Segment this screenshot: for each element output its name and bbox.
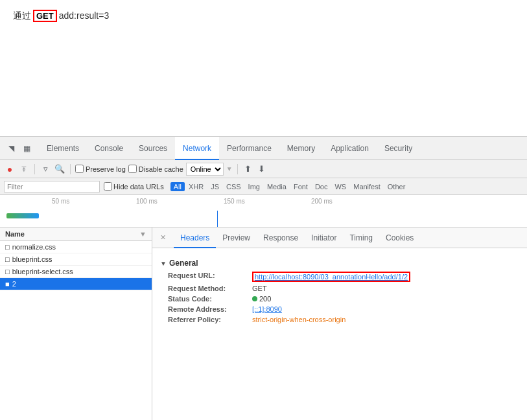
filter-ws-btn[interactable]: WS: [331, 182, 349, 191]
filter-css-btn[interactable]: CSS: [223, 182, 244, 191]
file-icon-3: □: [5, 268, 10, 275]
filter-other-btn[interactable]: Other: [384, 182, 409, 191]
toolbar-sep-2: [70, 164, 71, 174]
file-item-blueprint[interactable]: □ blueprint.css: [0, 253, 152, 266]
filter-media-btn[interactable]: Media: [264, 182, 290, 191]
tab-security[interactable]: Security: [377, 137, 420, 160]
tab-network[interactable]: Network: [175, 137, 219, 160]
filter-xhr-btn[interactable]: XHR: [185, 182, 207, 191]
file-item-2[interactable]: ■ 2: [0, 278, 152, 290]
file-list-header-label: Name: [5, 230, 25, 238]
remote-address-label: Remote Address:: [168, 305, 252, 313]
file-icon-4: ■: [5, 280, 10, 288]
file-list-panel: Name ▼ □ normalize.css □ blueprint.css □…: [0, 228, 152, 420]
status-code-value: 200: [252, 295, 271, 303]
timeline-mark-150: 150 ms: [224, 198, 245, 205]
section-collapse-icon[interactable]: ▼: [160, 260, 167, 267]
sub-tab-timing[interactable]: Timing: [343, 228, 379, 248]
general-section-header: ▼ General: [160, 259, 519, 268]
preserve-log-checkbox[interactable]: Preserve log: [75, 165, 126, 173]
panels-area: Name ▼ □ normalize.css □ blueprint.css □…: [0, 228, 527, 420]
file-name-3: blueprint-select.css: [12, 268, 73, 275]
devtools-tab-icons: ◥ ▦: [5, 143, 32, 154]
status-code-row: Status Code: 200: [160, 295, 519, 303]
sub-tab-initiator[interactable]: Initiator: [305, 228, 343, 248]
remote-address-value[interactable]: [::1]:8090: [252, 305, 282, 313]
top-content: 通过GETadd:result=3: [0, 0, 527, 136]
disable-cache-checkbox[interactable]: Disable cache: [128, 165, 183, 173]
request-url-value[interactable]: http://localhost:8090/03_annotationHello…: [252, 272, 410, 282]
throttle-select[interactable]: Online: [186, 163, 224, 176]
network-toolbar: ● ⍕ ▿ 🔍 Preserve log Disable cache Onlin…: [0, 160, 527, 178]
timeline-mark-50: 50 ms: [52, 198, 69, 205]
clear-btn[interactable]: ⍕: [18, 163, 30, 175]
filter-js-btn[interactable]: JS: [207, 182, 222, 191]
tab-performance[interactable]: Performance: [219, 137, 279, 160]
timeline-mark-100: 100 ms: [136, 198, 158, 205]
filter-all-btn[interactable]: All: [170, 182, 185, 191]
filter-input[interactable]: [4, 181, 100, 192]
toolbar-sep-1: [34, 164, 35, 174]
filter-bar: Hide data URLs All XHR JS CSS Img Media …: [0, 178, 527, 195]
timeline-bars: [6, 211, 521, 224]
tab-application[interactable]: Application: [323, 137, 377, 160]
tab-elements[interactable]: Elements: [39, 137, 87, 160]
file-item-normalize[interactable]: □ normalize.css: [0, 241, 152, 253]
right-side-panel: ✕ Headers Preview Response Initiator Tim…: [152, 228, 527, 420]
request-method-row: Request Method: GET: [160, 285, 519, 292]
file-name-4: 2: [12, 280, 16, 288]
file-name-2: blueprint.css: [12, 255, 53, 263]
record-btn[interactable]: ●: [4, 163, 16, 175]
inspect-icon[interactable]: ◥: [5, 143, 17, 154]
timeline-bar-1: [6, 213, 39, 218]
referrer-policy-row: Referrer Policy: strict-origin-when-cros…: [160, 316, 519, 323]
tab-sources[interactable]: Sources: [131, 137, 175, 160]
file-name-1: normalize.css: [12, 243, 56, 251]
sub-tab-headers[interactable]: Headers: [174, 228, 216, 248]
sub-tab-bar: ✕ Headers Preview Response Initiator Tim…: [152, 228, 527, 248]
sub-tab-cookies[interactable]: Cookies: [379, 228, 420, 248]
request-method-label: Request Method:: [168, 285, 252, 292]
file-list: □ normalize.css □ blueprint.css □ bluepr…: [0, 241, 152, 420]
sub-tab-preview[interactable]: Preview: [216, 228, 257, 248]
filter-doc-btn[interactable]: Doc: [312, 182, 331, 191]
request-method-value: GET: [252, 285, 267, 292]
remote-address-row: Remote Address: [::1]:8090: [160, 305, 519, 313]
result-prefix: 通过: [13, 10, 31, 21]
timeline-area: 50 ms 100 ms 150 ms 200 ms: [0, 195, 527, 228]
toolbar-sep-3: [237, 164, 238, 174]
filter-icon[interactable]: ▿: [40, 163, 51, 175]
sort-arrow-icon: ▼: [139, 230, 146, 238]
status-dot-icon: [252, 296, 257, 301]
referrer-policy-value: strict-origin-when-cross-origin: [252, 316, 345, 323]
general-section-title: General: [169, 259, 198, 268]
filter-manifest-btn[interactable]: Manifest: [350, 182, 384, 191]
general-section: ▼ General Request URL: http://localhost:…: [160, 259, 519, 326]
page-result: 通过GETadd:result=3: [13, 10, 109, 22]
tab-memory[interactable]: Memory: [279, 137, 323, 160]
import-icon[interactable]: ⬆: [242, 164, 253, 174]
filter-img-btn[interactable]: Img: [245, 182, 263, 191]
request-url-label: Request URL:: [168, 272, 252, 279]
result-suffix: add:result=3: [59, 10, 109, 21]
devtools-panel: ◥ ▦ Elements Console Sources Network Per…: [0, 136, 527, 420]
search-icon[interactable]: 🔍: [54, 163, 65, 175]
sub-tab-response[interactable]: Response: [257, 228, 305, 248]
timeline-mark-200: 200 ms: [311, 198, 333, 205]
referrer-policy-label: Referrer Policy:: [168, 316, 252, 323]
tab-console[interactable]: Console: [87, 137, 131, 160]
status-code-label: Status Code:: [168, 295, 252, 303]
filter-font-btn[interactable]: Font: [290, 182, 311, 191]
headers-panel: ▼ General Request URL: http://localhost:…: [152, 248, 527, 420]
file-item-blueprint-select[interactable]: □ blueprint-select.css: [0, 266, 152, 278]
close-request-btn[interactable]: ✕: [158, 233, 169, 242]
throttle-arrow: ▼: [226, 165, 233, 172]
timeline-cursor: [217, 211, 218, 228]
device-icon[interactable]: ▦: [21, 143, 32, 154]
request-url-row: Request URL: http://localhost:8090/03_an…: [160, 272, 519, 282]
file-list-header: Name ▼: [0, 228, 152, 241]
file-icon-2: □: [5, 255, 10, 263]
filter-type-buttons: All XHR JS CSS Img Media Font Doc WS Man…: [170, 182, 409, 191]
export-icon[interactable]: ⬇: [256, 164, 267, 174]
hide-data-urls-checkbox[interactable]: Hide data URLs: [104, 182, 164, 191]
